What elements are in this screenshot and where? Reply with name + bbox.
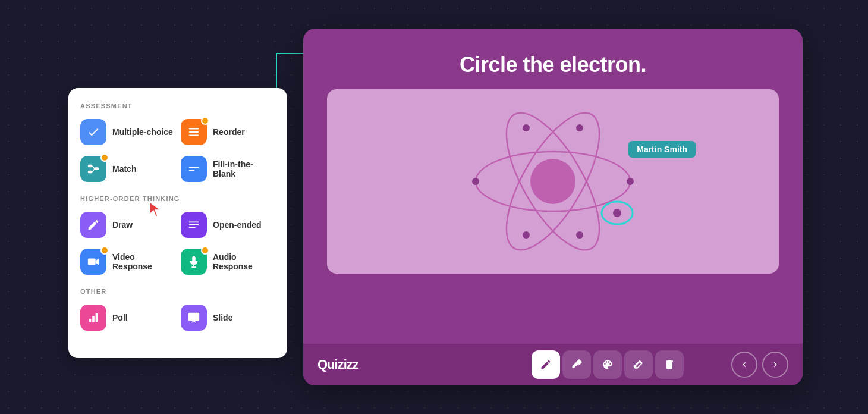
reorder-badge — [201, 117, 209, 125]
assessment-items-grid: Multiple-choice Reorder Match Fill-in-th… — [80, 117, 275, 184]
fill-blank-icon — [181, 156, 207, 182]
prev-button[interactable] — [731, 352, 757, 378]
svg-rect-9 — [189, 167, 199, 168]
pen-tool-button[interactable] — [532, 350, 560, 379]
audio-response-badge — [201, 246, 209, 255]
svg-point-30 — [576, 124, 583, 131]
svg-rect-10 — [189, 170, 194, 171]
slide-toolbar: Quizizz — [303, 344, 803, 385]
slide-header: Circle the electron. — [303, 29, 803, 89]
multiple-choice-icon — [80, 119, 106, 145]
other-section-label: OTHER — [80, 288, 275, 295]
menu-item-slide[interactable]: Slide — [181, 302, 275, 333]
open-ended-label: Open-ended — [213, 220, 262, 230]
poll-label: Poll — [112, 313, 128, 322]
other-items-grid: Poll Slide — [80, 302, 275, 333]
svg-point-22 — [530, 159, 575, 204]
menu-item-open-ended[interactable]: Open-ended — [181, 209, 275, 240]
svg-rect-3 — [189, 135, 199, 136]
slide-icon — [181, 305, 207, 331]
svg-rect-1 — [189, 128, 199, 130]
svg-point-27 — [627, 178, 634, 185]
menu-item-match[interactable]: Match — [80, 153, 175, 184]
atom-illustration: Martin Smith — [327, 89, 779, 274]
higher-order-items-grid: Draw Open-ended Video Response Audio Res… — [80, 209, 275, 277]
svg-rect-2 — [189, 131, 199, 133]
audio-response-label: Audio Response — [213, 252, 275, 271]
slide-label: Slide — [213, 313, 232, 322]
match-label: Match — [112, 164, 136, 174]
svg-rect-20 — [96, 313, 98, 322]
next-button[interactable] — [762, 352, 788, 378]
fill-blank-label: Fill-in-the-Blank — [213, 159, 275, 178]
menu-item-multiple-choice[interactable]: Multiple-choice — [80, 117, 175, 148]
user-label: Martin Smith — [628, 141, 696, 158]
svg-rect-11 — [189, 222, 199, 223]
reorder-icon — [181, 119, 207, 145]
menu-item-reorder[interactable]: Reorder — [181, 117, 275, 148]
svg-line-8 — [92, 169, 95, 172]
video-response-label: Video Response — [112, 252, 175, 271]
menu-item-fill-blank[interactable]: Fill-in-the-Blank — [181, 153, 275, 184]
assessment-section-label: ASSESSMENT — [80, 102, 275, 109]
slide-title: Circle the electron. — [315, 52, 791, 77]
match-badge — [100, 153, 109, 162]
audio-response-icon — [181, 249, 207, 275]
svg-rect-19 — [92, 316, 95, 322]
tool-group — [532, 350, 684, 379]
higher-order-section-label: HIGHER-ORDER THINKING — [80, 195, 275, 202]
menu-item-audio-response[interactable]: Audio Response — [181, 246, 275, 277]
draw-icon — [80, 212, 106, 238]
svg-rect-21 — [188, 313, 199, 321]
slide-content: Martin Smith — [327, 89, 779, 274]
video-response-badge — [100, 246, 109, 255]
palette-tool-button[interactable] — [593, 350, 622, 379]
atom-svg — [440, 95, 666, 268]
reorder-label: Reorder — [213, 127, 245, 137]
quizizz-logo: Quizizz — [317, 357, 358, 372]
video-response-icon — [80, 249, 106, 275]
quizizz-logo-text: Quizizz — [317, 357, 358, 372]
nav-group — [731, 352, 788, 378]
trash-tool-button[interactable] — [655, 350, 684, 379]
open-ended-icon — [181, 212, 207, 238]
multiple-choice-label: Multiple-choice — [112, 127, 173, 137]
svg-point-26 — [472, 178, 479, 185]
match-icon — [80, 156, 106, 182]
svg-point-28 — [523, 124, 530, 131]
svg-rect-12 — [189, 224, 199, 225]
svg-rect-5 — [95, 167, 99, 170]
svg-rect-4 — [88, 165, 92, 168]
pencil-tool-button[interactable] — [562, 350, 591, 379]
eraser-tool-button[interactable] — [624, 350, 653, 379]
svg-rect-13 — [189, 227, 196, 228]
svg-point-31 — [523, 231, 530, 239]
main-presentation-panel: Circle the electron. — [303, 29, 803, 385]
svg-marker-0 — [150, 202, 161, 217]
poll-icon — [80, 305, 106, 331]
svg-rect-18 — [89, 319, 92, 322]
menu-item-poll[interactable]: Poll — [80, 302, 175, 333]
menu-item-video-response[interactable]: Video Response — [80, 246, 175, 277]
svg-line-7 — [92, 166, 95, 169]
svg-point-29 — [576, 231, 583, 239]
cursor-arrow — [147, 201, 164, 220]
svg-point-32 — [613, 209, 621, 217]
question-type-menu: ASSESSMENT Multiple-choice Reorder Match — [68, 88, 287, 358]
svg-rect-14 — [88, 259, 96, 265]
svg-rect-6 — [88, 171, 92, 174]
draw-label: Draw — [112, 220, 133, 230]
